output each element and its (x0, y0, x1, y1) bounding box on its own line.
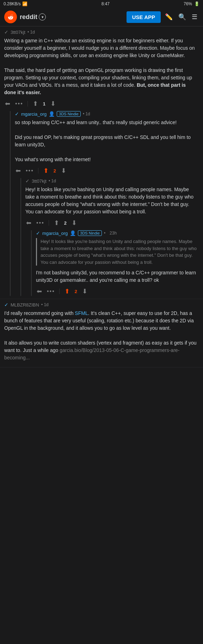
more-options-button[interactable]: ••• (26, 168, 34, 174)
comment-body: Hey! It looks like you're bashing on Uni… (25, 186, 199, 215)
nested-comment-3tt07kjt-reply: ✓ 3tt07kjt • 1d Hey! It looks like you'r… (20, 178, 199, 296)
divider (49, 220, 49, 226)
more-options-button[interactable]: ••• (15, 101, 23, 107)
downvote-button[interactable]: ⬇ (71, 218, 78, 227)
verify-icon: ✓ (15, 111, 19, 117)
reply-back-button[interactable]: ⬅ (15, 166, 21, 175)
more-options-button[interactable]: ••• (36, 220, 44, 226)
header: reddit ▾ USE APP ✏️ 🔍 ☰ (0, 8, 203, 26)
username-label[interactable]: MLBZR8ZIBN (11, 302, 39, 308)
downvote-button[interactable]: ⬇ (50, 99, 56, 108)
reply-back-button[interactable]: ⬅ (36, 287, 43, 296)
search-icon[interactable]: 🔍 (177, 12, 187, 22)
comment-meta: ✓ mgarcia_org 👤 3DS Nindie • 23h (36, 230, 199, 236)
comment-body: I'd really recommend going with SFML. It… (4, 310, 199, 362)
comment-mlbzr8zibn: ✓ MLBZR8ZIBN • 1d I'd really recommend g… (0, 299, 203, 367)
comment-actions: ⬅ ••• ⬆ 1 ⬇ (4, 99, 199, 108)
user-flair-icon: 👤 (70, 230, 76, 236)
nested-comment-mgarcia: ✓ mgarcia_org 👤 3DS Nindie • 1d so stop … (10, 111, 199, 296)
comment-meta: ✓ mgarcia_org 👤 3DS Nindie • 1d (15, 111, 199, 117)
comment-body: so stop learning C/C++ and learn unity..… (15, 119, 199, 163)
comment-3tt07kjt: ✓ 3tt07kjt • 1d Writing a game in C++ wi… (0, 26, 203, 299)
sfml-link[interactable]: SFML (75, 310, 88, 316)
chevron-down-icon[interactable]: ▾ (39, 13, 46, 20)
flair-badge: 3DS Nindie (57, 111, 81, 117)
upvote-button[interactable]: ⬆ (43, 166, 49, 175)
reddit-snoo-icon (7, 13, 14, 21)
comment-meta: ✓ 3tt07kjt • 1d (25, 178, 199, 184)
comment-time: • 1d (49, 178, 56, 183)
verify-icon: ✓ (4, 302, 8, 308)
battery-level: 76% (184, 1, 192, 6)
comment-time: • (104, 231, 105, 236)
more-options-button[interactable]: ••• (47, 288, 55, 294)
vote-count: 1 (43, 101, 45, 107)
comment-actions: ⬅ ••• ⬆ 2 ⬇ (36, 287, 199, 296)
comment-time: • 1d (27, 30, 35, 35)
comment-time: • 1d (41, 302, 49, 307)
upvote-button[interactable]: ⬆ (32, 99, 39, 108)
username-label[interactable]: mgarcia_org (42, 231, 68, 236)
comment-meta: ✓ MLBZR8ZIBN • 1d (4, 302, 199, 308)
reddit-logo[interactable] (4, 11, 17, 23)
vote-count: 2 (75, 289, 77, 294)
verify-icon: ✓ (36, 230, 40, 236)
use-app-button[interactable]: USE APP (127, 11, 161, 23)
comment-actions: ⬅ ••• ⬆ 2 ⬇ (15, 166, 199, 175)
menu-icon[interactable]: ☰ (190, 12, 199, 22)
comment-actions: ⬅ ••• ⬆ 2 ⬇ (25, 218, 199, 227)
reply-back-button[interactable]: ⬅ (25, 218, 32, 227)
nested-comment-mgarcia-reply: ✓ mgarcia_org 👤 3DS Nindie • 23h Hey! It… (31, 230, 199, 296)
upvote-button[interactable]: ⬆ (53, 218, 60, 227)
battery-icon: 🔋 (194, 1, 199, 6)
reply-back-button[interactable]: ⬅ (4, 99, 11, 108)
username-label[interactable]: 3tt07kjt (32, 178, 47, 184)
vote-count: 2 (64, 220, 67, 226)
divider (59, 288, 60, 294)
flair-badge: 3DS Nindie (78, 230, 102, 236)
comment-time-2: 23h (110, 231, 117, 236)
comments-container: ✓ 3tt07kjt • 1d Writing a game in C++ wi… (0, 26, 203, 367)
quoted-text: Hey! It looks like you're bashing on Uni… (36, 238, 199, 266)
status-right: 76% 🔋 (184, 1, 199, 6)
status-time: 8:47 (102, 1, 110, 6)
downvote-button[interactable]: ⬇ (81, 287, 88, 296)
divider (27, 101, 28, 107)
comment-body: Writing a game in C++ without an existin… (4, 37, 199, 96)
username-label[interactable]: mgarcia_org (21, 111, 47, 117)
vote-count: 2 (54, 168, 56, 174)
app-title: reddit ▾ (20, 13, 46, 21)
edit-icon[interactable]: ✏️ (164, 12, 174, 22)
username-label[interactable]: 3tt07kjt (11, 30, 25, 35)
verify-icon: ✓ (25, 178, 30, 184)
wifi-icon: 📶 (22, 1, 27, 6)
user-flair-icon: 👤 (49, 111, 55, 117)
verify-icon: ✓ (4, 29, 8, 35)
downvote-button[interactable]: ⬇ (60, 166, 67, 175)
comment-body: Hey! It looks like you're bashing on Uni… (36, 238, 199, 284)
comment-meta: ✓ 3tt07kjt • 1d (4, 29, 199, 35)
upvote-button[interactable]: ⬆ (64, 287, 70, 296)
status-left: 0.28KB/s 📶 (4, 1, 27, 6)
comment-time: • 1d (83, 111, 90, 116)
status-bar: 0.28KB/s 📶 8:47 76% 🔋 (0, 0, 203, 8)
divider (38, 168, 38, 174)
signal-strength: 0.28KB/s (4, 1, 21, 6)
